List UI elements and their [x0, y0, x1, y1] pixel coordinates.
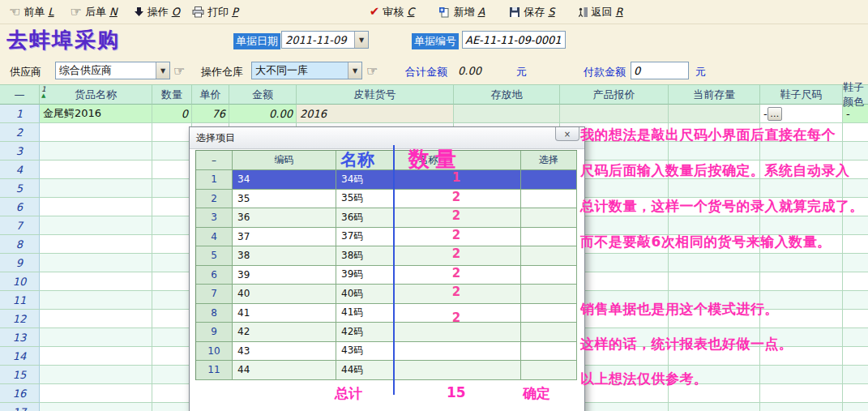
dialog-row[interactable]: 23535码: [196, 190, 577, 209]
dialog-cell-name[interactable]: 36码: [336, 208, 521, 228]
date-combobox[interactable]: 2011-11-09 ▼: [281, 31, 369, 49]
cell[interactable]: [40, 384, 152, 403]
cell[interactable]: [669, 328, 760, 347]
dialog-row[interactable]: 43737码: [196, 228, 577, 247]
cell[interactable]: [760, 366, 843, 384]
cell[interactable]: [152, 272, 192, 291]
cell[interactable]: [152, 366, 192, 384]
cell[interactable]: [843, 161, 868, 179]
column-header-2[interactable]: 数量: [152, 84, 192, 105]
column-header-9[interactable]: 鞋子尺码: [760, 84, 843, 105]
dialog-column-header-1[interactable]: 编码: [233, 151, 336, 170]
dialog-cell-select[interactable]: [521, 361, 577, 380]
cell[interactable]: [669, 254, 760, 272]
toolbar-button-check[interactable]: ✔审核C: [367, 3, 417, 21]
dialog-cell-name[interactable]: 38码: [336, 246, 521, 266]
cell[interactable]: [152, 291, 192, 310]
cell-goods-name[interactable]: 金尾鳄2016: [40, 105, 152, 123]
cell-unit-price[interactable]: 76: [192, 105, 229, 123]
dialog-row[interactable]: 104343码: [196, 342, 577, 362]
cell[interactable]: [40, 179, 152, 198]
toolbar-button-new-doc[interactable]: 新增A: [436, 3, 487, 21]
cell[interactable]: [669, 198, 760, 216]
cell[interactable]: [843, 384, 868, 403]
dialog-titlebar[interactable]: 选择项目: [190, 127, 584, 149]
column-header-3[interactable]: 单价: [192, 84, 229, 105]
dialog-cell-name[interactable]: 35码: [336, 190, 521, 209]
cell[interactable]: [843, 235, 868, 254]
cell[interactable]: [454, 105, 560, 123]
cell[interactable]: [760, 123, 843, 142]
cell[interactable]: [40, 403, 152, 411]
cell[interactable]: [40, 123, 152, 142]
cell-quantity[interactable]: 0: [152, 105, 192, 123]
close-button[interactable]: ×: [555, 127, 579, 141]
dialog-cell-code[interactable]: 43: [233, 342, 336, 362]
cell[interactable]: [152, 310, 192, 328]
cell[interactable]: [760, 347, 843, 366]
dialog-cell-select[interactable]: [521, 285, 577, 304]
cell-shoe-size[interactable]: -…: [760, 105, 843, 123]
warehouse-combobox[interactable]: 大不同一库 ▼: [251, 62, 362, 79]
cell[interactable]: [669, 366, 760, 384]
column-header-8[interactable]: 当前存量: [669, 84, 760, 105]
cell[interactable]: [40, 216, 152, 235]
cell[interactable]: [669, 347, 760, 366]
cell[interactable]: [843, 366, 868, 384]
cell[interactable]: [40, 142, 152, 161]
cell[interactable]: [760, 403, 843, 411]
dialog-cell-select[interactable]: [521, 208, 577, 228]
supplier-combobox[interactable]: 综合供应商 ▼: [55, 62, 170, 79]
cell[interactable]: [760, 142, 843, 161]
cell[interactable]: [669, 161, 760, 179]
dialog-cell-name[interactable]: 37码: [336, 228, 521, 247]
cell[interactable]: [760, 216, 843, 235]
dialog-cell-code[interactable]: 41: [233, 304, 336, 323]
cell[interactable]: [760, 198, 843, 216]
dialog-cell-name[interactable]: 43码: [336, 342, 521, 362]
cell[interactable]: [669, 235, 760, 254]
dialog-row[interactable]: 63939码: [196, 266, 577, 285]
dropdown-arrow-icon[interactable]: ▼: [156, 62, 169, 79]
cell[interactable]: [843, 198, 868, 216]
cell[interactable]: [843, 272, 868, 291]
cell[interactable]: [669, 291, 760, 310]
cell[interactable]: [152, 123, 192, 142]
dialog-cell-select[interactable]: [521, 190, 577, 209]
cell-amount[interactable]: 0.00: [229, 105, 297, 123]
cell[interactable]: [669, 105, 760, 123]
cell[interactable]: [40, 347, 152, 366]
cell[interactable]: [152, 216, 192, 235]
cell[interactable]: [843, 179, 868, 198]
cell[interactable]: [669, 403, 760, 411]
dialog-cell-code[interactable]: 38: [233, 246, 336, 266]
cell[interactable]: [669, 384, 760, 403]
cell[interactable]: [669, 142, 760, 161]
cell[interactable]: [152, 254, 192, 272]
cell[interactable]: [843, 142, 868, 161]
dialog-column-header-0[interactable]: –: [196, 151, 233, 170]
cell[interactable]: [669, 216, 760, 235]
cell[interactable]: [760, 291, 843, 310]
dialog-column-header-2[interactable]: 名称: [336, 151, 521, 170]
column-header-1[interactable]: 1▲货品名称: [40, 84, 152, 105]
cell[interactable]: [40, 272, 152, 291]
toolbar-button-save[interactable]: 保存S: [507, 3, 557, 21]
dialog-cell-code[interactable]: 37: [233, 228, 336, 247]
dialog-row[interactable]: 74040码: [196, 285, 577, 304]
cell[interactable]: [669, 123, 760, 142]
dialog-cell-name[interactable]: 41码: [336, 304, 521, 323]
cell[interactable]: [560, 105, 669, 123]
dialog-row[interactable]: 114444码: [196, 361, 577, 380]
dialog-cell-code[interactable]: 35: [233, 190, 336, 209]
dialog-cell-code[interactable]: 42: [233, 323, 336, 342]
cell[interactable]: [843, 310, 868, 328]
cell[interactable]: [669, 310, 760, 328]
cell[interactable]: [843, 347, 868, 366]
cell[interactable]: [152, 179, 192, 198]
dialog-cell-select[interactable]: [521, 323, 577, 342]
cell[interactable]: [152, 235, 192, 254]
dialog-cell-select[interactable]: [521, 342, 577, 362]
writing-hand-icon[interactable]: ☞: [366, 63, 378, 79]
dialog-cell-code[interactable]: 34: [233, 170, 336, 190]
